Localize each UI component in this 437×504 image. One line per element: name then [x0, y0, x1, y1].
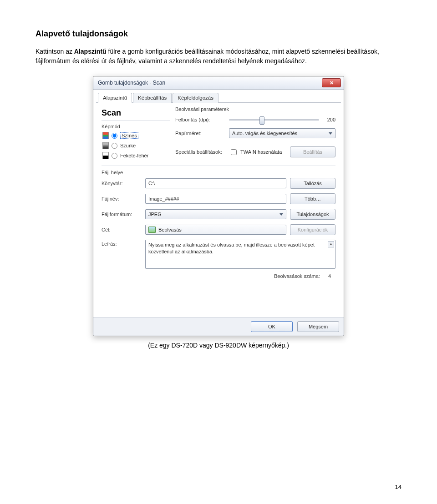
twain-label: TWAIN használata: [240, 149, 282, 155]
chevron-down-icon: [279, 213, 283, 216]
page-number: 14: [395, 484, 401, 490]
filename-input[interactable]: Image_#####: [145, 194, 286, 204]
scroll-up-icon[interactable]: ▲: [328, 241, 334, 247]
tab-image-settings[interactable]: Képbeállítás: [133, 93, 172, 103]
directory-input[interactable]: C:\: [145, 178, 286, 188]
scan-params-heading: Beolvasási paraméterek: [175, 106, 335, 112]
page-heading: Alapvető tulajdonságok: [36, 29, 401, 39]
settings-button[interactable]: Beállítás: [290, 146, 335, 157]
destination-select[interactable]: Beolvasás: [145, 225, 286, 235]
intro-paragraph: Kattintson az Alapszintű fülre a gomb ko…: [36, 47, 401, 66]
tab-image-processing[interactable]: Képfeldolgozás: [173, 93, 218, 103]
dialog-titlebar[interactable]: Gomb tulajdonságok - Scan ✕: [93, 76, 344, 90]
color-icon: [102, 132, 109, 139]
properties-button[interactable]: Tulajdonságok: [290, 209, 335, 220]
mode-gray-radio[interactable]: [112, 143, 117, 149]
fileformat-select[interactable]: JPEG: [145, 209, 286, 219]
mode-color-radio[interactable]: [112, 133, 117, 139]
mode-bw-label: Fekete-fehér: [120, 153, 148, 158]
fileformat-value: JPEG: [148, 212, 162, 217]
configurations-button[interactable]: Konfigurációk: [290, 224, 335, 235]
mode-bw-radio[interactable]: [112, 153, 117, 159]
mode-color-row[interactable]: Színes: [102, 132, 170, 139]
close-button[interactable]: ✕: [322, 78, 341, 87]
intro-bold: Alapszintű: [74, 48, 107, 55]
mode-gray-row[interactable]: Szürke: [102, 142, 170, 149]
description-text: Nyissa meg az alkalmazást és olvassa be,…: [148, 242, 315, 254]
image-mode-label: Képmód: [102, 124, 170, 129]
scan-count-value: 4: [328, 273, 331, 279]
gray-icon: [102, 142, 109, 149]
special-settings-label: Speciális beállítások:: [175, 149, 229, 155]
description-label: Leírás:: [102, 240, 142, 247]
dialog-title: Gomb tulajdonságok - Scan: [98, 80, 165, 86]
mode-bw-row[interactable]: Fekete-fehér: [102, 152, 170, 159]
mode-gray-label: Szürke: [120, 143, 136, 148]
tab-basic[interactable]: Alapszintű: [98, 93, 132, 103]
browse-button[interactable]: Tallózás: [290, 178, 335, 189]
slider-track: [229, 119, 319, 121]
directory-label: Könyvtár:: [102, 181, 142, 186]
tabs-row: Alapszintű Képbeállítás Képfeldolgozás: [96, 92, 341, 103]
description-textarea[interactable]: Nyissa meg az alkalmazást és olvassa be,…: [145, 240, 335, 269]
mode-color-label: Színes: [120, 132, 138, 139]
profile-name: Scan: [102, 106, 170, 121]
paper-size-label: Papírméret:: [175, 131, 229, 136]
intro-text-before: Kattintson az: [36, 48, 74, 55]
properties-dialog: Gomb tulajdonságok - Scan ✕ Alapszintű K…: [93, 76, 344, 336]
cancel-button[interactable]: Mégsem: [297, 321, 339, 332]
resolution-label: Felbontás (dpi):: [175, 117, 229, 122]
chevron-down-icon: [329, 132, 332, 135]
more-button[interactable]: Több…: [290, 193, 335, 204]
close-icon: ✕: [330, 80, 334, 86]
paper-size-select[interactable]: Auto. vágás és kiegyenesítés: [229, 128, 335, 138]
ok-button[interactable]: OK: [251, 321, 293, 332]
resolution-value: 200: [319, 117, 335, 122]
destination-value: Beolvasás: [158, 227, 182, 232]
dialog-footer: OK Mégsem: [93, 317, 344, 336]
resolution-slider[interactable]: [229, 116, 319, 124]
file-location-heading: Fájl helye: [102, 170, 335, 175]
slider-thumb[interactable]: [259, 116, 264, 125]
twain-checkbox[interactable]: [231, 149, 237, 155]
fileformat-label: Fájlformátum:: [102, 212, 142, 217]
paper-size-value: Auto. vágás és kiegyenesítés: [232, 131, 297, 136]
scan-app-icon: [148, 227, 156, 233]
scan-count-label: Beolvasások száma:: [274, 273, 320, 279]
filename-label: Fájlnév:: [102, 196, 142, 202]
figure-caption: (Ez egy DS-720D vagy DS-920DW képernyőké…: [36, 342, 401, 349]
bw-icon: [102, 152, 109, 159]
destination-label: Cél:: [102, 227, 142, 232]
divider: [102, 166, 335, 166]
twain-checkbox-row[interactable]: TWAIN használata: [229, 148, 290, 156]
